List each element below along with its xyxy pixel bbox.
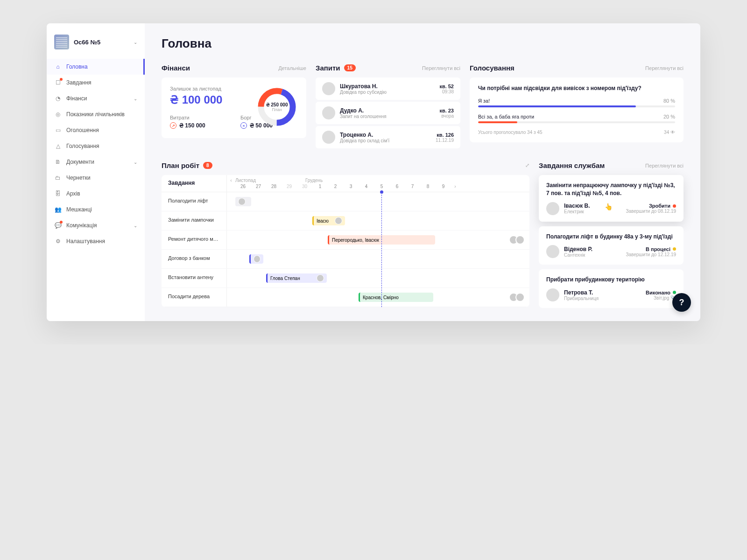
service-task-item[interactable]: Полагодити ліфт в будинку 48а у 3-му під… [539, 226, 684, 265]
request-time: 11.12.19 [436, 138, 454, 143]
gantt-title: План робіт [162, 161, 199, 169]
gantt-bar[interactable] [235, 197, 251, 206]
services-title: Завдання службам [539, 161, 605, 169]
voting-card[interactable]: Чи потрібні нам підсвідки для вивісок з … [470, 77, 684, 142]
avatar [322, 106, 335, 119]
gantt-bar[interactable]: Краснов, Смірно [359, 293, 433, 302]
plan-label: План [272, 107, 282, 112]
gantt-task-header: Завдання [162, 175, 227, 192]
finance-card[interactable]: Залишок за листопад ₴ 100 000 Витрати ↗ … [162, 77, 306, 138]
gantt-section: План робіт 8 ⤢ Завдання ‹ Листопад Груде… [162, 161, 529, 308]
services-view-all-link[interactable]: Переглянути всі [645, 163, 684, 168]
gantt-assignees [512, 293, 525, 302]
sidebar-item-task[interactable]: ☐Завдання [47, 75, 145, 91]
assignee-name: Івасюк В. [564, 203, 621, 209]
gantt-row: Договор з банком [162, 250, 529, 269]
vote-option[interactable]: Я за!80 % [478, 98, 675, 107]
gantt-bar[interactable]: Глова Степан [266, 273, 327, 283]
service-task-item[interactable]: Замінити непрацюючу лампочку у під'їзді … [539, 175, 684, 222]
request-desc: Довідка про субсидію [340, 90, 435, 95]
sidebar-item-archive[interactable]: 🗄Архів [47, 186, 145, 202]
app-shell: Ос66 №5 ⌄ ⌂Головна☐Завдання◔Фінанси⌄◎Пок… [47, 23, 700, 321]
finance-title: Фінанси [162, 64, 190, 72]
service-task-item[interactable]: Прибрати прибудинкову територіюПетрова Т… [539, 269, 684, 308]
requests-view-all-link[interactable]: Переглянути всі [422, 65, 460, 71]
gantt-bar[interactable]: Івасю [312, 216, 345, 225]
gantt-next-icon[interactable]: › [451, 184, 459, 189]
nav-label: Показники лічильників [66, 111, 137, 118]
sidebar-item-doc[interactable]: 🗎Документи⌄ [47, 154, 145, 170]
sidebar-item-home[interactable]: ⌂Головна [47, 59, 145, 75]
avatar [238, 198, 246, 205]
gantt-row: Полагодити ліфт [162, 192, 529, 211]
sidebar-item-draft[interactable]: 🗀Чернетки [47, 170, 145, 186]
announce-icon: ▭ [54, 126, 62, 134]
gantt-day: 28 [266, 184, 282, 189]
gantt-prev-icon[interactable]: ‹ [227, 178, 235, 183]
org-selector[interactable]: Ос66 №5 ⌄ [47, 31, 145, 53]
plan-amount: ₴ 250 000 [266, 102, 288, 107]
gantt-row: Встановити антенуГлова Степан [162, 269, 529, 288]
service-task-title: Прибрати прибудинкову територію [546, 276, 676, 284]
sidebar-item-chat[interactable]: 💬Комунікація⌄ [47, 217, 145, 233]
gantt-task-name: Замінити лампочки [162, 211, 227, 230]
request-desc: Запит на оголошення [340, 114, 435, 119]
gantt-day: 8 [420, 184, 436, 189]
gantt-bar-label: Глова Степан [270, 276, 300, 281]
gantt-assignees [512, 235, 525, 245]
requests-title: Запити [316, 64, 340, 72]
voting-footer-count: 34 👁 [664, 130, 675, 135]
request-item[interactable]: Троценко А.Довідка про склад сім'їкв. 12… [316, 126, 460, 148]
request-item[interactable]: Шкуратова Н.Довідка про субсидіюкв. 5209… [316, 77, 460, 100]
vote-icon: △ [54, 142, 62, 150]
chevron-down-icon: ⌄ [134, 160, 137, 165]
gantt-day: 5 [374, 184, 389, 189]
sidebar-item-finance[interactable]: ◔Фінанси⌄ [47, 91, 145, 106]
gantt-day: 27 [251, 184, 266, 189]
finance-icon: ◔ [54, 95, 62, 102]
sidebar-item-users[interactable]: 👥Мешканці [47, 202, 145, 217]
nav-label: Мешканці [66, 206, 137, 213]
assignee-role: Сантехнік [564, 252, 621, 258]
vote-option[interactable]: Всі за, а баба яга проти20 % [478, 114, 675, 123]
x-icon: × [240, 122, 247, 129]
expand-icon[interactable]: ⤢ [525, 162, 529, 168]
bottom-grid: План робіт 8 ⤢ Завдання ‹ Листопад Груде… [162, 161, 684, 308]
avatar [546, 245, 559, 258]
sidebar-item-announce[interactable]: ▭Оголошення [47, 122, 145, 138]
task-status: Зробити [626, 203, 676, 209]
voting-view-all-link[interactable]: Переглянути всі [645, 65, 684, 71]
gantt-day: 3 [343, 184, 359, 189]
draft-icon: 🗀 [54, 174, 62, 182]
requests-section: Запити 15 Переглянути всі Шкуратова Н.До… [316, 64, 460, 150]
finance-details-link[interactable]: Детальніше [278, 65, 306, 71]
nav-label: Чернетки [66, 175, 137, 181]
voting-title: Голосування [470, 64, 514, 72]
sidebar: Ос66 №5 ⌄ ⌂Головна☐Завдання◔Фінанси⌄◎Пок… [47, 23, 145, 321]
request-item[interactable]: Дудко А.Запит на оголошеннякв. 23вчора [316, 102, 460, 124]
sidebar-item-vote[interactable]: △Голосування [47, 138, 145, 154]
voting-footer-text: Усього проголосувало 34 з 45 [478, 130, 542, 135]
gantt-day: 6 [389, 184, 405, 189]
request-apt: кв. 23 [439, 108, 454, 113]
help-button[interactable]: ? [672, 293, 691, 312]
gantt-row: Замінити лампочкиІвасю [162, 211, 529, 231]
arrow-up-icon: ↗ [170, 122, 176, 129]
avatar [322, 82, 335, 95]
sidebar-item-settings[interactable]: ⚙Налаштування [47, 233, 145, 249]
gantt-bar[interactable] [249, 254, 263, 264]
gantt-task-name: Встановити антену [162, 269, 227, 287]
chevron-down-icon: ⌄ [134, 96, 137, 101]
gantt-day: 2 [328, 184, 343, 189]
gantt-row: Посадити дереваКраснов, Смірно [162, 288, 529, 307]
settings-icon: ⚙ [54, 238, 62, 245]
home-icon: ⌂ [54, 63, 62, 70]
avatar [546, 202, 559, 215]
task-due: Завершити до 08.12.19 [626, 209, 676, 214]
avatar [254, 255, 261, 263]
gantt-day: 9 [436, 184, 451, 189]
vote-option-pct: 20 % [663, 114, 675, 119]
sidebar-item-meter[interactable]: ◎Показники лічильників [47, 106, 145, 122]
avatar [515, 293, 525, 302]
gantt-day: 7 [405, 184, 420, 189]
